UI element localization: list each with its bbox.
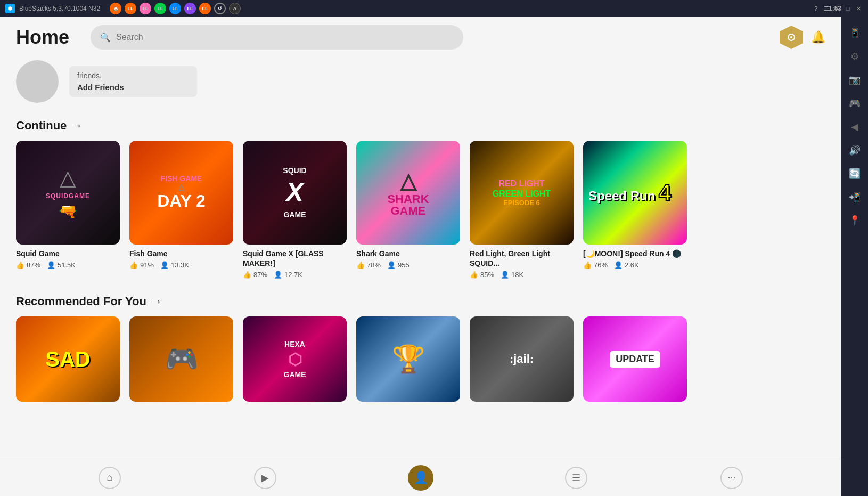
game-thumb-squid-x: SQUID X GAME	[243, 141, 347, 245]
nav-more[interactable]: ···	[719, 465, 744, 491]
add-friends-box: friends. Add Friends	[69, 66, 197, 97]
sidebar-location-icon[interactable]: 📍	[844, 210, 865, 231]
game-card-squid-x[interactable]: SQUID X GAME Squid Game X [GLASS MAKER!]…	[243, 141, 347, 279]
maximize-btn[interactable]: □	[844, 4, 852, 13]
search-bar[interactable]: 🔍	[91, 25, 463, 50]
game-card-squid-game[interactable]: △ SQUIDGAME 🔫 Squid Game 👍 87% 👤 51.5K	[16, 141, 120, 279]
sidebar-back-icon[interactable]: ◀	[844, 116, 865, 137]
game-title-fish-game: Fish Game	[129, 249, 233, 258]
recommended-section: Recommended For You → SAD 🎮	[16, 295, 825, 444]
players-value: 18K	[511, 271, 523, 279]
close-btn[interactable]: ✕	[854, 4, 863, 13]
header-right: 🔔	[780, 26, 825, 49]
thumbs-up-icon: 👍	[470, 271, 478, 279]
game-title-squid-x: Squid Game X [GLASS MAKER!]	[243, 249, 347, 268]
players-speed-run: 👤 2.6K	[614, 261, 639, 269]
right-sidebar: 📱 ⚙ 📷 🎮 ◀ 🔊 🔄 📲 📍	[841, 17, 868, 496]
recommended-arrow-icon[interactable]: →	[151, 295, 162, 308]
game-card-shark-game[interactable]: △ SHARKGAME Shark Game 👍 78% 👤 955	[356, 141, 460, 279]
players-value: 2.6K	[625, 261, 639, 269]
game-card-red-light[interactable]: RED LIGHT GREEN LIGHT EPISODE 6 Red Ligh…	[470, 141, 574, 279]
sidebar-screen-icon[interactable]: 📲	[844, 186, 865, 208]
game-thumb-update: UPDATE	[583, 316, 687, 402]
players-icon: 👤	[387, 261, 396, 269]
rating-value: 78%	[367, 261, 381, 269]
players-icon: 👤	[614, 261, 623, 269]
sidebar-rotate-icon[interactable]: 🔄	[844, 163, 865, 184]
instance-ff-6[interactable]: FF	[199, 3, 211, 14]
players-red-light: 👤 18K	[501, 271, 523, 279]
add-friends-label[interactable]: Add Friends	[77, 83, 189, 92]
game-stats-squid-x: 👍 87% 👤 12.7K	[243, 271, 347, 279]
rating-value: 87%	[253, 271, 267, 279]
players-icon: 👤	[160, 261, 169, 269]
thumbs-up-icon: 👍	[243, 271, 251, 279]
home-tab-icon[interactable]: 🏠	[110, 3, 121, 14]
sidebar-settings-icon[interactable]: ⚙	[844, 46, 865, 67]
help-btn[interactable]: ?	[812, 4, 820, 13]
rating-value: 76%	[594, 261, 608, 269]
instance-tabs: 🏠 FF FF FF FF FF FF ↺ A	[110, 3, 241, 14]
game-thumb-jail: :jail:	[470, 316, 574, 402]
continue-title: Continue	[16, 119, 67, 133]
rating-red-light: 👍 85%	[470, 271, 494, 279]
page-title: Home	[16, 26, 80, 48]
thumbs-up-icon: 👍	[356, 261, 365, 269]
nav-list[interactable]: ☰	[563, 465, 589, 491]
nav-avatar[interactable]: 👤	[408, 465, 433, 491]
game-thumb-hexa: HEXA ⬡ GAME	[243, 316, 347, 402]
refresh-icon[interactable]: ↺	[214, 3, 226, 14]
players-value: 12.7K	[284, 271, 302, 279]
game-card-game2[interactable]: 🎮	[129, 316, 233, 402]
avatar	[16, 60, 59, 103]
continue-arrow-icon[interactable]: →	[71, 119, 83, 133]
letter-a-icon[interactable]: A	[229, 3, 241, 14]
rating-value: 85%	[480, 271, 494, 279]
game-title-squid-game: Squid Game	[16, 249, 120, 258]
game-thumb-red-light: RED LIGHT GREEN LIGHT EPISODE 6	[470, 141, 574, 245]
recommended-title: Recommended For You	[16, 295, 146, 308]
game-card-fish-game[interactable]: FISH GAME △ DAY 2 Fish Game 👍 91% 👤 13.	[129, 141, 233, 279]
rating-speed-run: 👍 76%	[583, 261, 608, 269]
game-thumb-shark-game: △ SHARKGAME	[356, 141, 460, 245]
game-thumb-fish-game: FISH GAME △ DAY 2	[129, 141, 233, 245]
game-card-hexa[interactable]: HEXA ⬡ GAME	[243, 316, 347, 402]
game-stats-squid-game: 👍 87% 👤 51.5K	[16, 261, 120, 269]
game-card-speed-run[interactable]: Speed Run 4 [🌙MOON!] Speed Run 4 🌑 👍 76%…	[583, 141, 687, 279]
rating-squid-game: 👍 87%	[16, 261, 40, 269]
players-value: 13.3K	[171, 261, 189, 269]
sidebar-camera-icon[interactable]: 📷	[844, 69, 865, 91]
instance-ff-2[interactable]: FF	[140, 3, 151, 14]
play-nav-icon: ▶	[254, 467, 276, 489]
instance-ff-5[interactable]: FF	[184, 3, 196, 14]
game-card-jail[interactable]: :jail:	[470, 316, 574, 402]
hex-shape	[780, 26, 803, 49]
instance-ff-4[interactable]: FF	[169, 3, 181, 14]
titlebar: BlueStacks 5.3.70.1004 N32 🏠 FF FF FF FF…	[0, 0, 868, 17]
friends-section: friends. Add Friends	[16, 55, 825, 113]
list-nav-icon: ☰	[565, 467, 587, 489]
main-content: Home 🔍 🔔 friends. Add Fr	[0, 17, 841, 496]
game-card-blue[interactable]: 🏆	[356, 316, 460, 402]
sidebar-volume-icon[interactable]: 🔊	[844, 140, 865, 161]
nav-home[interactable]: ⌂	[97, 465, 122, 491]
recommended-section-header: Recommended For You →	[16, 295, 825, 308]
search-input[interactable]	[116, 32, 454, 42]
bluestacks-logo	[5, 4, 15, 13]
instance-ff-1[interactable]: FF	[125, 3, 136, 14]
game-thumb-speed-run: Speed Run 4	[583, 141, 687, 245]
game-thumb-game2: 🎮	[129, 316, 233, 402]
game-stats-red-light: 👍 85% 👤 18K	[470, 271, 574, 279]
hex-badge[interactable]	[780, 26, 803, 49]
game-stats-speed-run: 👍 76% 👤 2.6K	[583, 261, 687, 269]
game-card-sad[interactable]: SAD	[16, 316, 120, 402]
nav-play[interactable]: ▶	[252, 465, 278, 491]
sidebar-phone-icon[interactable]: 📱	[844, 22, 865, 44]
instance-ff-3[interactable]: FF	[154, 3, 166, 14]
notification-bell-icon[interactable]: 🔔	[811, 30, 825, 44]
thumbs-up-icon: 👍	[16, 261, 24, 269]
rating-value: 87%	[27, 261, 40, 269]
rating-value: 91%	[140, 261, 154, 269]
sidebar-controller-icon[interactable]: 🎮	[844, 93, 865, 114]
game-card-update[interactable]: UPDATE	[583, 316, 687, 402]
